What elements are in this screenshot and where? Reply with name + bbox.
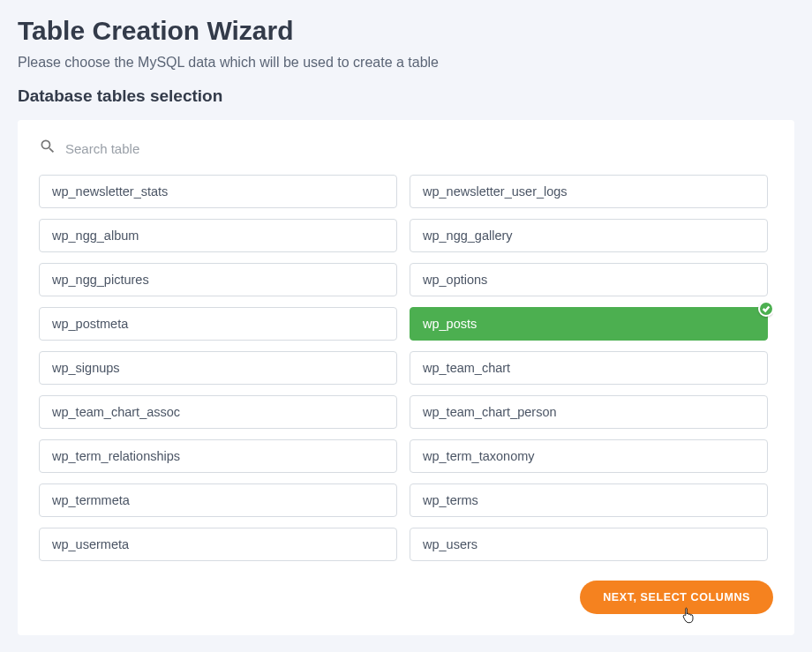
table-item-label: wp_ngg_album — [52, 229, 139, 243]
panel-footer: NEXT, SELECT COLUMNS — [39, 581, 773, 614]
table-item-label: wp_term_taxonomy — [423, 449, 535, 463]
table-item[interactable]: wp_team_chart — [410, 351, 768, 385]
search-input[interactable] — [65, 141, 242, 156]
table-item-label: wp_newsletter_user_logs — [423, 184, 568, 199]
selection-panel: wp_newsletter_statswp_newsletter_user_lo… — [18, 120, 794, 635]
check-icon — [758, 301, 773, 317]
table-item-label: wp_term_relationships — [52, 449, 180, 463]
search-row — [39, 138, 773, 159]
table-item-label: wp_terms — [423, 493, 478, 507]
table-item[interactable]: wp_terms — [410, 483, 768, 517]
table-item-label: wp_team_chart — [423, 361, 510, 375]
table-item-label: wp_team_chart_person — [423, 405, 557, 419]
next-button[interactable]: NEXT, SELECT COLUMNS — [580, 581, 773, 614]
table-item-label: wp_signups — [52, 361, 120, 375]
table-item[interactable]: wp_signups — [39, 351, 397, 385]
table-item-label: wp_termmeta — [52, 493, 130, 507]
table-item-label: wp_team_chart_assoc — [52, 405, 180, 419]
table-scroll[interactable]: wp_newsletter_statswp_newsletter_user_lo… — [39, 175, 773, 563]
table-item-label: wp_usermeta — [52, 537, 129, 551]
table-item[interactable]: wp_options — [410, 263, 768, 296]
search-icon — [39, 138, 56, 159]
table-item[interactable]: wp_ngg_pictures — [39, 263, 397, 296]
table-item[interactable]: wp_usermeta — [39, 528, 397, 561]
table-item-label: wp_ngg_pictures — [52, 273, 149, 287]
table-item-label: wp_posts — [423, 317, 477, 331]
table-grid: wp_newsletter_statswp_newsletter_user_lo… — [39, 175, 768, 561]
table-item-label: wp_postmeta — [52, 317, 128, 331]
table-item[interactable]: wp_term_taxonomy — [410, 439, 768, 473]
table-item-label: wp_ngg_gallery — [423, 229, 513, 243]
page-title: Table Creation Wizard — [18, 16, 794, 46]
table-item[interactable]: wp_newsletter_user_logs — [410, 175, 768, 208]
table-item[interactable]: wp_ngg_gallery — [410, 219, 768, 252]
table-item[interactable]: wp_postmeta — [39, 307, 397, 341]
section-title: Database tables selection — [18, 86, 794, 106]
table-item[interactable]: wp_team_chart_assoc — [39, 395, 397, 429]
page-subtitle: Please choose the MySQL data which will … — [18, 55, 794, 71]
table-item[interactable]: wp_team_chart_person — [410, 395, 768, 429]
table-item[interactable]: wp_users — [410, 528, 768, 561]
table-item[interactable]: wp_ngg_album — [39, 219, 397, 252]
table-item-label: wp_newsletter_stats — [52, 184, 168, 199]
table-item-label: wp_users — [423, 537, 477, 551]
table-item[interactable]: wp_term_relationships — [39, 439, 397, 473]
table-item[interactable]: wp_termmeta — [39, 483, 397, 517]
table-item-label: wp_options — [423, 273, 487, 287]
table-item[interactable]: wp_newsletter_stats — [39, 175, 397, 208]
table-item[interactable]: wp_posts — [410, 307, 768, 341]
